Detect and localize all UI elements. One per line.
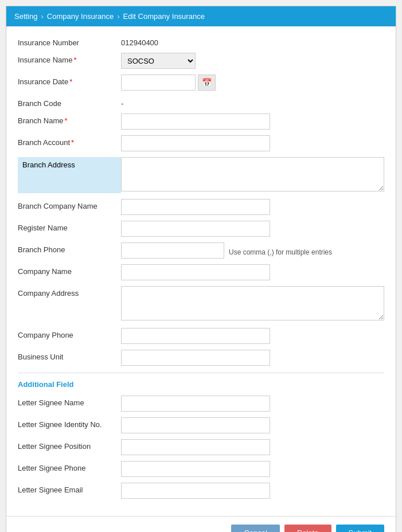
breadcrumb-setting[interactable]: Setting (14, 12, 37, 21)
branch-account-input[interactable]: 12921 (121, 135, 270, 151)
branch-name-control: SOCSO (121, 114, 384, 130)
branch-account-label: Branch Account* (18, 135, 121, 147)
branch-phone-input[interactable] (121, 242, 224, 259)
breadcrumb-sep2: › (117, 12, 119, 21)
branch-address-label: Branch Address (18, 157, 121, 193)
letter-signee-identity-row: Letter Signee Identity No. (18, 417, 384, 433)
company-address-row: Company Address (18, 286, 384, 322)
letter-signee-identity-label: Letter Signee Identity No. (18, 417, 121, 429)
insurance-name-label: Insurance Name* (18, 53, 121, 64)
branch-name-label: Branch Name* (18, 114, 121, 125)
branch-address-control (121, 157, 384, 193)
calendar-button[interactable]: 📅 (198, 75, 216, 91)
branch-account-control: 12921 (121, 135, 384, 151)
letter-signee-position-row: Letter Signee Position (18, 439, 384, 455)
section-divider (18, 373, 384, 373)
company-phone-label: Company Phone (18, 328, 121, 339)
company-address-textarea[interactable] (121, 286, 384, 320)
branch-company-name-input[interactable] (121, 199, 270, 215)
company-phone-row: Company Phone (18, 328, 384, 344)
letter-signee-phone-row: Letter Signee Phone (18, 461, 384, 477)
letter-signee-phone-input[interactable] (121, 461, 270, 477)
company-address-label: Company Address (18, 286, 121, 298)
branch-phone-hint: Use comma (,) for multiple entries (229, 245, 332, 256)
delete-button[interactable]: Delete (284, 525, 331, 532)
company-name-row: Company Name (18, 264, 384, 280)
insurance-name-row: Insurance Name* SOCSO EPF PCB (18, 53, 384, 69)
company-name-input[interactable] (121, 264, 270, 280)
branch-name-row: Branch Name* SOCSO (18, 114, 384, 130)
branch-company-name-row: Branch Company Name (18, 199, 384, 215)
letter-signee-email-label: Letter Signee Email (18, 483, 121, 494)
register-name-row: Register Name (18, 221, 384, 237)
insurance-name-control: SOCSO EPF PCB (121, 53, 384, 69)
branch-name-input[interactable]: SOCSO (121, 114, 270, 130)
form-footer: Cancel Delete Submit (6, 516, 396, 532)
letter-signee-identity-input[interactable] (121, 417, 270, 433)
letter-signee-name-control (121, 396, 384, 412)
company-address-control (121, 286, 384, 322)
branch-phone-control: Use comma (,) for multiple entries (121, 242, 384, 259)
company-phone-input[interactable] (121, 328, 270, 344)
branch-address-textarea[interactable] (121, 157, 384, 191)
insurance-date-label: Insurance Date* (18, 75, 121, 86)
insurance-date-row: Insurance Date* 01/01/2019 📅 (18, 75, 384, 91)
register-name-control (121, 221, 384, 237)
business-unit-control (121, 350, 384, 366)
letter-signee-identity-control (121, 417, 384, 433)
register-name-label: Register Name (18, 221, 121, 232)
branch-code-row: Branch Code - (18, 96, 384, 108)
business-unit-input[interactable] (121, 350, 270, 366)
form-content: Insurance Number 012940400 Insurance Nam… (6, 26, 396, 510)
branch-account-row: Branch Account* 12921 (18, 135, 384, 151)
breadcrumb-sep1: › (41, 12, 43, 21)
letter-signee-email-row: Letter Signee Email (18, 483, 384, 499)
cancel-button[interactable]: Cancel (231, 525, 279, 532)
register-name-input[interactable] (121, 221, 270, 237)
page-title: Edit Company Insurance (123, 12, 205, 21)
letter-signee-phone-control (121, 461, 384, 477)
branch-code-value: - (121, 96, 384, 108)
main-container: Setting › Company Insurance › Edit Compa… (6, 6, 396, 532)
calendar-icon: 📅 (202, 78, 212, 87)
letter-signee-name-input[interactable] (121, 396, 270, 412)
company-phone-control (121, 328, 384, 344)
business-unit-label: Business Unit (18, 350, 121, 361)
insurance-date-control: 01/01/2019 📅 (121, 75, 384, 91)
branch-phone-row: Branch Phone Use comma (,) for multiple … (18, 242, 384, 259)
letter-signee-name-row: Letter Signee Name (18, 396, 384, 412)
letter-signee-email-control (121, 483, 384, 499)
breadcrumb-company-insurance[interactable]: Company Insurance (47, 12, 114, 21)
insurance-number-value: 012940400 (121, 36, 384, 47)
letter-signee-position-control (121, 439, 384, 455)
insurance-date-input[interactable]: 01/01/2019 (121, 75, 196, 91)
letter-signee-name-label: Letter Signee Name (18, 396, 121, 407)
company-name-control (121, 264, 384, 280)
branch-phone-label: Branch Phone (18, 242, 121, 254)
business-unit-row: Business Unit (18, 350, 384, 366)
insurance-number-label: Insurance Number (18, 36, 121, 47)
page-header: Setting › Company Insurance › Edit Compa… (6, 6, 396, 26)
company-name-label: Company Name (18, 264, 121, 276)
submit-button[interactable]: Submit (336, 525, 384, 532)
branch-code-label: Branch Code (18, 96, 121, 108)
branch-company-name-label: Branch Company Name (18, 199, 121, 210)
insurance-number-row: Insurance Number 012940400 (18, 36, 384, 47)
letter-signee-position-label: Letter Signee Position (18, 439, 121, 451)
letter-signee-phone-label: Letter Signee Phone (18, 461, 121, 472)
branch-company-name-control (121, 199, 384, 215)
branch-address-row: Branch Address (18, 157, 384, 193)
letter-signee-email-input[interactable] (121, 483, 270, 499)
insurance-name-select[interactable]: SOCSO EPF PCB (121, 53, 196, 69)
letter-signee-position-input[interactable] (121, 439, 270, 455)
additional-field-title: Additional Field (18, 380, 384, 389)
